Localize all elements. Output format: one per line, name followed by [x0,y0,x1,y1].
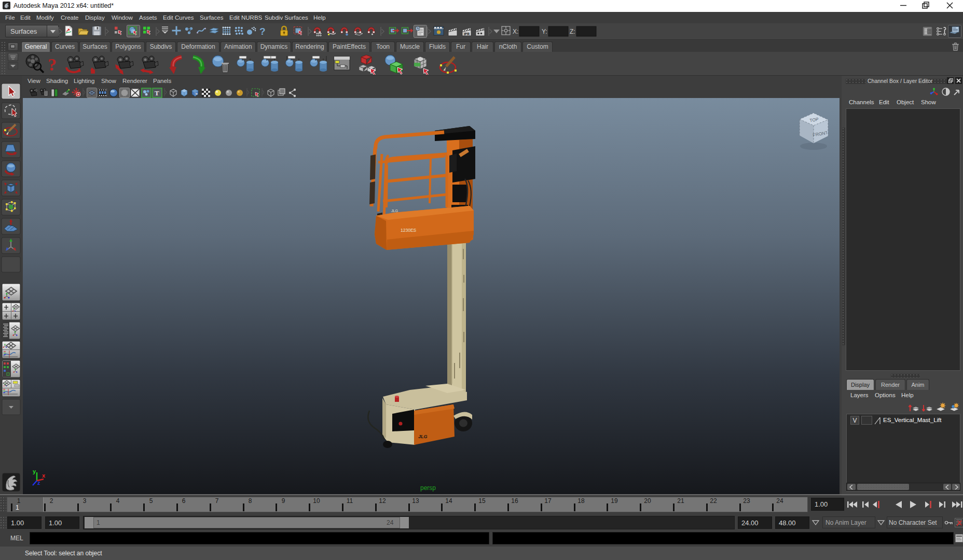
svg-text:Y:: Y: [542,28,547,35]
svg-text:y: y [33,468,36,474]
svg-text:z: z [37,480,40,486]
svg-text:?: ? [48,55,57,74]
svg-text:x: x [42,472,46,479]
svg-text:T: T [155,89,159,97]
svg-text:?: ? [259,26,266,37]
svg-text:JLG: JLG [418,434,428,439]
svg-text:JLG: JLG [391,209,398,213]
svg-text:X:: X: [513,28,518,35]
svg-text:IPR: IPR [464,32,470,36]
svg-text:Z:: Z: [570,28,575,35]
svg-text:persp: persp [420,484,436,492]
svg-text:1230ES: 1230ES [401,228,417,233]
